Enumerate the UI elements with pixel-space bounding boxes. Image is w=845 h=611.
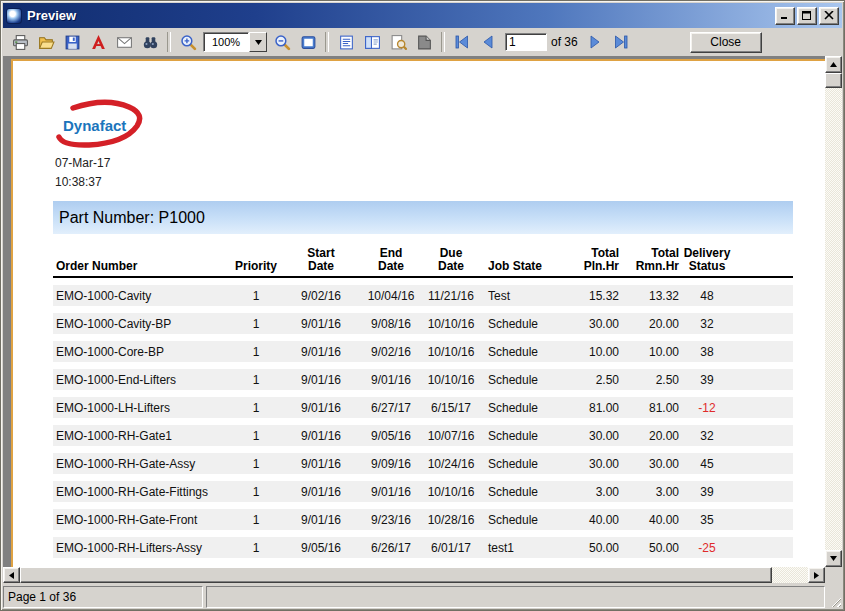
table-row[interactable]: EMO-1000-End-Lifters 1 9/01/16 9/01/16 1… <box>53 369 793 390</box>
table-row[interactable]: EMO-1000-Cavity 1 9/02/16 10/04/16 11/21… <box>53 285 793 306</box>
col-total-pln-hr: Total Pln.Hr <box>583 247 619 273</box>
cell-priority: 1 <box>233 289 279 303</box>
cell-delivery-status: 48 <box>679 289 735 303</box>
cell-priority: 1 <box>233 345 279 359</box>
group-header-bar: Part Number: P1000 <box>53 201 793 234</box>
cell-delivery-status: 32 <box>679 429 735 443</box>
table-row[interactable]: EMO-1000-Core-BP 1 9/01/16 9/02/16 10/10… <box>53 341 793 362</box>
page-layout-button[interactable] <box>333 30 359 55</box>
arrow-down-icon <box>830 556 837 561</box>
table-row[interactable]: EMO-1000-Cavity-BP 1 9/01/16 9/08/16 10/… <box>53 313 793 334</box>
page-count-label: of 36 <box>551 35 578 49</box>
cell-due-date: 10/24/16 <box>419 457 483 471</box>
cell-total-rmn-hr: 2.50 <box>619 373 679 387</box>
close-icon <box>824 11 834 20</box>
zoom-combo-dropdown-button[interactable] <box>249 32 267 52</box>
window-title: Preview <box>27 8 773 23</box>
cell-start-date: 9/01/16 <box>279 317 363 331</box>
table-row[interactable]: EMO-1000-RH-Gate-Assy 1 9/01/16 9/09/16 … <box>53 453 793 474</box>
table-row[interactable]: EMO-1000-LH-Lifters 1 9/01/16 6/27/17 6/… <box>53 397 793 418</box>
col-due-date: Due Date <box>419 247 483 273</box>
close-button[interactable]: Close <box>690 32 762 53</box>
cell-total-pln-hr: 30.00 <box>583 429 619 443</box>
email-button[interactable] <box>111 30 137 55</box>
close-window-button[interactable] <box>819 7 839 25</box>
toolbar-separator <box>441 32 445 52</box>
first-page-button[interactable] <box>449 30 475 55</box>
vertical-scrollbar[interactable] <box>825 56 842 567</box>
prev-page-button[interactable] <box>475 30 501 55</box>
status-page-indicator: Page 1 of 36 <box>3 586 203 608</box>
last-page-button[interactable] <box>608 30 634 55</box>
page-settings-button[interactable] <box>385 30 411 55</box>
cell-delivery-status: 39 <box>679 373 735 387</box>
app-icon <box>6 8 22 24</box>
cell-order-number: EMO-1000-Cavity-BP <box>53 317 233 331</box>
watermark-button[interactable] <box>411 30 437 55</box>
table-row[interactable]: EMO-1000-RH-Gate1 1 9/01/16 9/05/16 10/0… <box>53 425 793 446</box>
report-viewport[interactable]: Dynafact 07-Mar-17 10:38:37 Part Number:… <box>3 56 825 567</box>
page-number-input[interactable] <box>505 33 547 51</box>
table-row[interactable]: EMO-1000-RH-Lifters-Assy 1 9/05/16 6/26/… <box>53 537 793 558</box>
titlebar[interactable]: Preview <box>3 3 842 28</box>
cell-job-state: Schedule <box>483 457 583 471</box>
open-button[interactable] <box>33 30 59 55</box>
find-binoculars-icon <box>142 34 159 51</box>
cell-delivery-status: 32 <box>679 317 735 331</box>
vertical-scroll-thumb[interactable] <box>825 73 842 88</box>
cell-start-date: 9/01/16 <box>279 345 363 359</box>
cell-total-pln-hr: 2.50 <box>583 373 619 387</box>
zoom-in-icon <box>180 34 197 51</box>
zoom-out-icon <box>274 34 291 51</box>
toolbar-separator <box>325 32 329 52</box>
cell-order-number: EMO-1000-RH-Gate-Fittings <box>53 485 233 499</box>
page-settings-icon <box>390 34 407 51</box>
zoom-level-value[interactable]: 100% <box>203 32 249 52</box>
whole-page-button[interactable] <box>295 30 321 55</box>
horizontal-scrollbar[interactable] <box>3 567 825 583</box>
cell-due-date: 6/15/17 <box>419 401 483 415</box>
report-date: 07-Mar-17 <box>55 156 110 170</box>
zoom-in-button[interactable] <box>175 30 201 55</box>
cell-job-state: Schedule <box>483 345 583 359</box>
resize-grip[interactable] <box>828 586 842 608</box>
cell-due-date: 10/10/16 <box>419 317 483 331</box>
cell-total-rmn-hr: 10.00 <box>619 345 679 359</box>
toolbar: 100% <box>3 28 842 56</box>
zoom-out-button[interactable] <box>269 30 295 55</box>
cell-priority: 1 <box>233 485 279 499</box>
table-row[interactable]: EMO-1000-RH-Gate-Fittings 1 9/01/16 9/01… <box>53 481 793 502</box>
scroll-up-button[interactable] <box>825 56 842 73</box>
maximize-button[interactable] <box>797 7 817 25</box>
table-row[interactable]: EMO-1000-RH-Gate-Front 1 9/01/16 9/23/16… <box>53 509 793 530</box>
cell-job-state: test1 <box>483 541 583 555</box>
cell-total-rmn-hr: 3.00 <box>619 485 679 499</box>
print-button[interactable] <box>7 30 33 55</box>
cell-delivery-status: 38 <box>679 345 735 359</box>
minimize-button[interactable] <box>775 7 795 25</box>
cell-due-date: 10/28/16 <box>419 513 483 527</box>
horizontal-scroll-thumb[interactable] <box>20 567 772 583</box>
report-time: 10:38:37 <box>55 175 102 189</box>
two-page-icon <box>364 34 381 51</box>
status-secondary-panel <box>206 586 825 608</box>
horizontal-scroll-track[interactable] <box>772 567 808 583</box>
cell-priority: 1 <box>233 429 279 443</box>
cell-total-rmn-hr: 40.00 <box>619 513 679 527</box>
vertical-scroll-track[interactable] <box>825 88 842 550</box>
next-page-button[interactable] <box>582 30 608 55</box>
zoom-level-combo[interactable]: 100% <box>203 32 267 52</box>
find-button[interactable] <box>137 30 163 55</box>
cell-due-date: 6/01/17 <box>419 541 483 555</box>
save-button[interactable] <box>59 30 85 55</box>
cell-total-rmn-hr: 13.32 <box>619 289 679 303</box>
scroll-left-button[interactable] <box>3 567 20 583</box>
cell-total-rmn-hr: 81.00 <box>619 401 679 415</box>
scroll-right-button[interactable] <box>808 567 825 583</box>
cell-due-date: 10/10/16 <box>419 345 483 359</box>
two-page-button[interactable] <box>359 30 385 55</box>
export-pdf-button[interactable] <box>85 30 111 55</box>
cell-priority: 1 <box>233 373 279 387</box>
scroll-down-button[interactable] <box>825 550 842 567</box>
next-page-icon <box>588 35 602 49</box>
